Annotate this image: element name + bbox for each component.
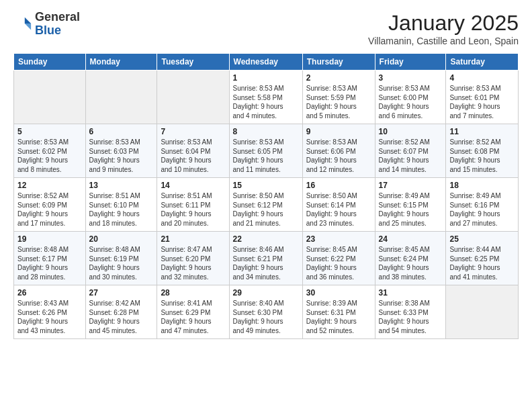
day-number: 4 [449,73,515,83]
day-number: 29 [233,288,299,298]
day-number: 28 [161,288,225,298]
logo-icon [13,15,32,34]
calendar-cell: 27Sunrise: 8:42 AM Sunset: 6:28 PM Dayli… [85,285,157,339]
day-info: Sunrise: 8:53 AM Sunset: 6:02 PM Dayligh… [17,138,82,174]
calendar-cell: 20Sunrise: 8:48 AM Sunset: 6:19 PM Dayli… [85,232,157,285]
calendar-cell [85,71,157,124]
subtitle: Villamanin, Castille and Leon, Spain [368,36,519,46]
calendar-cell [157,71,229,124]
day-info: Sunrise: 8:39 AM Sunset: 6:31 PM Dayligh… [306,299,371,335]
calendar-cell: 22Sunrise: 8:46 AM Sunset: 6:21 PM Dayli… [229,232,302,285]
day-number: 5 [17,127,82,136]
calendar-cell: 18Sunrise: 8:49 AM Sunset: 6:16 PM Dayli… [446,178,519,232]
day-number: 10 [379,127,443,136]
calendar-week-4: 26Sunrise: 8:43 AM Sunset: 6:26 PM Dayli… [14,285,519,339]
day-number: 14 [161,181,225,190]
calendar-cell: 4Sunrise: 8:53 AM Sunset: 6:01 PM Daylig… [446,71,519,124]
day-info: Sunrise: 8:51 AM Sunset: 6:10 PM Dayligh… [89,191,154,228]
day-info: Sunrise: 8:53 AM Sunset: 6:00 PM Dayligh… [379,84,443,120]
calendar-cell: 3Sunrise: 8:53 AM Sunset: 6:00 PM Daylig… [375,71,446,124]
calendar-cell: 10Sunrise: 8:52 AM Sunset: 6:07 PM Dayli… [375,124,446,178]
col-saturday: Saturday [446,54,519,71]
day-info: Sunrise: 8:47 AM Sunset: 6:20 PM Dayligh… [161,245,225,281]
day-number: 11 [449,127,515,136]
day-number: 24 [379,234,443,244]
calendar-cell: 24Sunrise: 8:45 AM Sunset: 6:24 PM Dayli… [375,232,446,285]
calendar-cell: 5Sunrise: 8:53 AM Sunset: 6:02 PM Daylig… [14,124,86,178]
calendar-table: Sunday Monday Tuesday Wednesday Thursday… [13,53,519,339]
day-number: 17 [379,181,443,190]
day-number: 22 [233,234,299,244]
day-info: Sunrise: 8:45 AM Sunset: 6:22 PM Dayligh… [306,245,371,281]
logo-text: General Blue [35,11,80,38]
day-number: 15 [233,181,299,190]
day-number: 7 [161,127,225,136]
day-info: Sunrise: 8:53 AM Sunset: 5:58 PM Dayligh… [233,84,299,120]
day-number: 12 [17,181,82,190]
logo-general: General [35,10,80,24]
day-number: 1 [233,73,299,83]
day-number: 20 [89,234,154,244]
col-monday: Monday [85,54,157,71]
day-number: 13 [89,181,154,190]
calendar-cell: 16Sunrise: 8:50 AM Sunset: 6:14 PM Dayli… [302,178,375,232]
calendar-cell: 1Sunrise: 8:53 AM Sunset: 5:58 PM Daylig… [229,71,302,124]
day-info: Sunrise: 8:38 AM Sunset: 6:33 PM Dayligh… [379,299,443,335]
day-info: Sunrise: 8:45 AM Sunset: 6:24 PM Dayligh… [379,245,443,281]
day-info: Sunrise: 8:48 AM Sunset: 6:19 PM Dayligh… [89,245,154,281]
svg-marker-0 [25,17,31,24]
day-info: Sunrise: 8:48 AM Sunset: 6:17 PM Dayligh… [17,245,82,281]
calendar-cell: 31Sunrise: 8:38 AM Sunset: 6:33 PM Dayli… [375,285,446,339]
day-info: Sunrise: 8:41 AM Sunset: 6:29 PM Dayligh… [161,299,225,335]
day-info: Sunrise: 8:50 AM Sunset: 6:14 PM Dayligh… [306,191,371,228]
day-info: Sunrise: 8:53 AM Sunset: 5:59 PM Dayligh… [306,84,371,120]
calendar-cell: 12Sunrise: 8:52 AM Sunset: 6:09 PM Dayli… [14,178,86,232]
day-info: Sunrise: 8:51 AM Sunset: 6:11 PM Dayligh… [161,191,225,228]
calendar-cell: 21Sunrise: 8:47 AM Sunset: 6:20 PM Dayli… [157,232,229,285]
calendar-body: 1Sunrise: 8:53 AM Sunset: 5:58 PM Daylig… [14,71,519,339]
calendar-header: Sunday Monday Tuesday Wednesday Thursday… [14,54,519,71]
calendar-week-3: 19Sunrise: 8:48 AM Sunset: 6:17 PM Dayli… [14,232,519,285]
page: General Blue January 2025 Villamanin, Ca… [0,0,532,411]
day-number: 8 [233,127,299,136]
day-info: Sunrise: 8:52 AM Sunset: 6:09 PM Dayligh… [17,191,82,228]
day-number: 31 [379,288,443,298]
day-number: 19 [17,234,82,244]
calendar-cell: 7Sunrise: 8:53 AM Sunset: 6:04 PM Daylig… [157,124,229,178]
day-info: Sunrise: 8:53 AM Sunset: 6:03 PM Dayligh… [89,138,154,174]
day-info: Sunrise: 8:42 AM Sunset: 6:28 PM Dayligh… [89,299,154,335]
main-title: January 2025 [368,11,519,36]
calendar-cell: 15Sunrise: 8:50 AM Sunset: 6:12 PM Dayli… [229,178,302,232]
day-number: 3 [379,73,443,83]
day-info: Sunrise: 8:52 AM Sunset: 6:07 PM Dayligh… [379,138,443,174]
calendar-cell: 2Sunrise: 8:53 AM Sunset: 5:59 PM Daylig… [302,71,375,124]
logo-blue: Blue [35,24,61,37]
col-thursday: Thursday [302,54,375,71]
day-info: Sunrise: 8:53 AM Sunset: 6:06 PM Dayligh… [306,138,371,174]
header-row: Sunday Monday Tuesday Wednesday Thursday… [14,54,519,71]
calendar-week-1: 5Sunrise: 8:53 AM Sunset: 6:02 PM Daylig… [14,124,519,178]
col-tuesday: Tuesday [157,54,229,71]
calendar-cell: 6Sunrise: 8:53 AM Sunset: 6:03 PM Daylig… [85,124,157,178]
calendar-cell: 13Sunrise: 8:51 AM Sunset: 6:10 PM Dayli… [85,178,157,232]
calendar-cell: 9Sunrise: 8:53 AM Sunset: 6:06 PM Daylig… [302,124,375,178]
calendar-cell: 30Sunrise: 8:39 AM Sunset: 6:31 PM Dayli… [302,285,375,339]
day-info: Sunrise: 8:52 AM Sunset: 6:08 PM Dayligh… [449,138,515,174]
day-number: 23 [306,234,371,244]
day-number: 18 [449,181,515,190]
calendar-cell: 14Sunrise: 8:51 AM Sunset: 6:11 PM Dayli… [157,178,229,232]
day-number: 16 [306,181,371,190]
day-info: Sunrise: 8:53 AM Sunset: 6:04 PM Dayligh… [161,138,225,174]
day-number: 2 [306,73,371,83]
day-info: Sunrise: 8:44 AM Sunset: 6:25 PM Dayligh… [449,245,515,281]
day-number: 21 [161,234,225,244]
svg-marker-1 [25,24,31,30]
day-info: Sunrise: 8:43 AM Sunset: 6:26 PM Dayligh… [17,299,82,335]
day-number: 25 [449,234,515,244]
calendar-cell: 23Sunrise: 8:45 AM Sunset: 6:22 PM Dayli… [302,232,375,285]
calendar-cell: 25Sunrise: 8:44 AM Sunset: 6:25 PM Dayli… [446,232,519,285]
day-info: Sunrise: 8:49 AM Sunset: 6:15 PM Dayligh… [379,191,443,228]
calendar-cell: 29Sunrise: 8:40 AM Sunset: 6:30 PM Dayli… [229,285,302,339]
col-friday: Friday [375,54,446,71]
calendar-cell: 26Sunrise: 8:43 AM Sunset: 6:26 PM Dayli… [14,285,86,339]
